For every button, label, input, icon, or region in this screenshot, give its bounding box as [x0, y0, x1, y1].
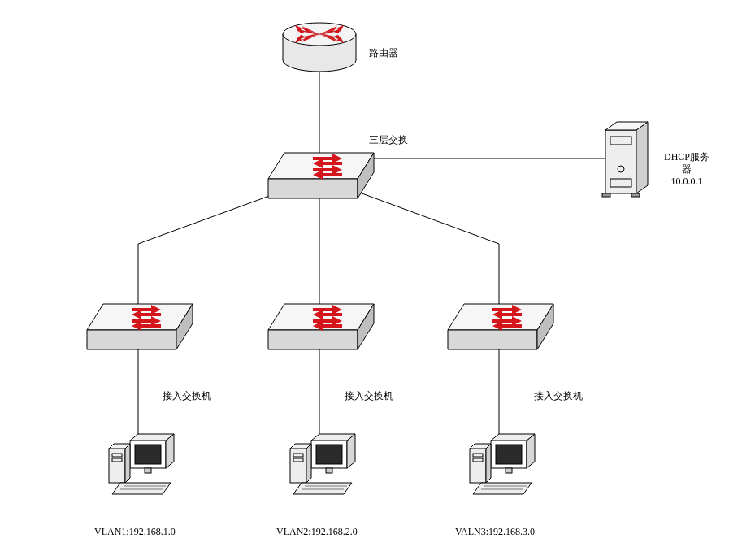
l3-switch-label: 三层交换	[369, 134, 408, 147]
router-icon	[283, 23, 356, 72]
dhcp-label-line2: 器	[658, 163, 715, 176]
vlan3-label: VALN3:192.168.3.0	[455, 526, 535, 539]
dhcp-ip-label: 10.0.0.1	[658, 176, 715, 189]
dhcp-server-icon	[602, 122, 648, 197]
dhcp-label-line1: DHCP服务	[658, 151, 715, 164]
vlan2-label: VLAN2:192.168.2.0	[276, 526, 358, 539]
network-diagram: 路由器 三层交换 DHCP服务 器 10.0.0.1 接入交换机 接入交换机 接…	[0, 0, 755, 560]
access-switch-1-icon	[87, 304, 193, 349]
access-switch-2-icon	[268, 304, 374, 349]
access-switch-2-label: 接入交换机	[345, 390, 393, 403]
access-switch-3-icon	[448, 304, 553, 349]
links	[138, 69, 605, 437]
pc-2-icon	[290, 434, 355, 494]
pc-3-icon	[470, 434, 535, 494]
vlan1-label: VLAN1:192.168.1.0	[94, 526, 176, 539]
diagram-svg	[0, 0, 755, 560]
router-label: 路由器	[369, 47, 398, 60]
access-switch-3-label: 接入交换机	[534, 390, 583, 403]
l3-switch-icon	[268, 153, 374, 198]
pc-1-icon	[109, 434, 174, 494]
access-switch-1-label: 接入交换机	[163, 390, 211, 403]
